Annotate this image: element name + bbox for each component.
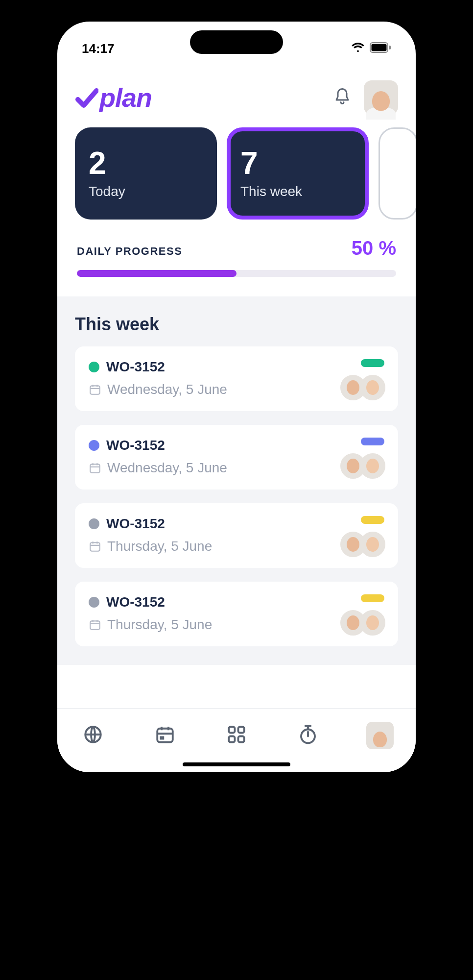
work-order-id: WO-3152 — [106, 359, 165, 375]
svg-rect-11 — [238, 727, 244, 733]
calendar-icon — [89, 383, 101, 396]
phone-frame: 14:17 plan — [50, 15, 423, 779]
status-pill — [361, 359, 384, 367]
stat-card-today[interactable]: 2 Today — [75, 127, 217, 220]
work-order-card[interactable]: WO-3152 Wednesday, 5 June — [75, 425, 398, 490]
assignee-avatar[interactable] — [360, 610, 385, 636]
assignee-avatars[interactable] — [346, 453, 385, 479]
stat-card-this-week[interactable]: 7 This week — [227, 127, 369, 220]
notifications-button[interactable] — [333, 87, 351, 108]
work-order-id: WO-3152 — [106, 438, 165, 453]
status-dot — [89, 362, 99, 372]
tab-timer[interactable] — [294, 722, 322, 749]
tab-calendar[interactable] — [151, 722, 179, 749]
work-order-card[interactable]: WO-3152 Thursday, 5 June — [75, 582, 398, 646]
status-time: 14:17 — [82, 41, 115, 56]
work-order-card[interactable]: WO-3152 Thursday, 5 June — [75, 503, 398, 568]
svg-rect-3 — [90, 386, 100, 394]
status-dot — [89, 597, 99, 608]
home-indicator[interactable] — [183, 762, 290, 766]
status-pill — [361, 438, 384, 445]
svg-rect-9 — [160, 736, 164, 740]
list-heading: This week — [75, 314, 398, 335]
svg-rect-10 — [229, 727, 235, 733]
logo-check-icon — [75, 86, 98, 109]
assignee-avatar[interactable] — [360, 453, 385, 479]
svg-rect-8 — [157, 729, 173, 742]
assignee-avatar[interactable] — [360, 375, 385, 400]
progress-fill — [77, 270, 236, 277]
status-dot — [89, 518, 99, 529]
tab-globe[interactable] — [79, 722, 107, 749]
stat-card-next[interactable] — [378, 127, 416, 220]
svg-rect-12 — [229, 736, 235, 742]
status-pill — [361, 594, 384, 602]
app-header: plan — [57, 66, 416, 124]
work-order-date: Wednesday, 5 June — [107, 460, 227, 476]
profile-avatar[interactable] — [364, 80, 398, 115]
bell-icon — [333, 101, 351, 108]
svg-rect-2 — [389, 46, 391, 49]
progress-percent: 50 % — [352, 237, 396, 259]
svg-rect-1 — [372, 44, 387, 51]
assignee-avatars[interactable] — [346, 375, 385, 400]
svg-rect-5 — [90, 542, 100, 551]
tab-grid[interactable] — [223, 722, 250, 749]
calendar-icon — [155, 724, 175, 746]
work-order-id: WO-3152 — [106, 594, 165, 610]
grid-icon — [226, 724, 247, 746]
work-order-date: Thursday, 5 June — [107, 539, 212, 554]
svg-rect-6 — [90, 621, 100, 629]
stat-value: 7 — [240, 147, 355, 179]
calendar-icon — [89, 618, 101, 631]
stats-row[interactable]: 2 Today 7 This week — [57, 124, 416, 220]
progress-bar — [77, 270, 396, 277]
device-notch — [190, 30, 283, 54]
progress-title: DAILY PROGRESS — [77, 245, 182, 258]
status-dot — [89, 440, 99, 451]
tab-profile[interactable] — [366, 722, 394, 749]
globe-icon — [83, 724, 103, 746]
status-pill — [361, 516, 384, 524]
work-order-date: Thursday, 5 June — [107, 617, 212, 633]
brand-logo[interactable]: plan — [75, 82, 152, 113]
work-order-date: Wednesday, 5 June — [107, 382, 227, 397]
stopwatch-icon — [298, 724, 318, 746]
stat-label: Today — [89, 184, 203, 199]
work-order-list[interactable]: This week WO-3152 Wednesday, 5 June WO-3… — [57, 296, 416, 665]
progress-section: DAILY PROGRESS 50 % — [57, 220, 416, 296]
brand-text: plan — [99, 82, 152, 113]
calendar-icon — [89, 540, 101, 553]
work-order-card[interactable]: WO-3152 Wednesday, 5 June — [75, 346, 398, 411]
wifi-icon — [351, 41, 365, 56]
assignee-avatar[interactable] — [360, 532, 385, 557]
assignee-avatars[interactable] — [346, 532, 385, 557]
work-order-id: WO-3152 — [106, 516, 165, 532]
stat-value: 2 — [89, 147, 203, 179]
stat-label: This week — [240, 184, 355, 199]
battery-icon — [370, 41, 391, 56]
svg-rect-13 — [238, 736, 244, 742]
svg-rect-4 — [90, 464, 100, 472]
assignee-avatars[interactable] — [346, 610, 385, 636]
profile-avatar-small — [366, 722, 394, 749]
calendar-icon — [89, 462, 101, 474]
